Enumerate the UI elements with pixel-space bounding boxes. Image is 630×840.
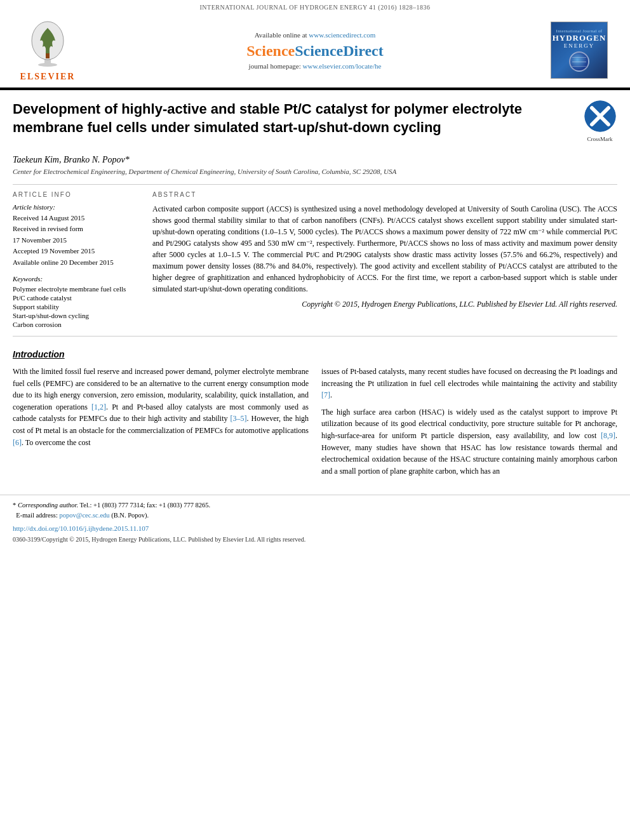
journal-header: ELSEVIER Available online at www.science… [0,13,630,88]
ref-6[interactable]: [6] [13,438,22,447]
thin-divider-1 [13,184,617,185]
crossmark-label: CrossMark [582,136,617,142]
ref-7[interactable]: [7] [321,390,330,399]
ref-8-9[interactable]: [8,9] [601,431,615,440]
corresponding-author-note: * Corresponding author. Tel.: +1 (803) 7… [13,500,617,510]
intro-right-para-2: The high surface area carbon (HSAC) is w… [321,406,617,477]
keyword-5: Carbon corrosion [13,321,140,328]
introduction-content: With the limited fossil fuel reserve and… [0,366,630,488]
abstract-label: ABSTRACT [152,191,617,198]
footer-copyright: 0360-3199/Copyright © 2015, Hydrogen Ene… [13,536,617,543]
sciencedirect-logo: ScienceScienceDirect [246,43,383,60]
journal-homepage: journal homepage: www.elsevier.com/locat… [249,62,382,70]
elsevier-text: ELSEVIER [20,72,76,82]
keyword-4: Start-up/shut-down cycling [13,312,140,319]
received-revised-date: 17 November 2015 [13,236,140,245]
introduction-title: Introduction [13,349,617,359]
available-online-text: Available online at www.sciencedirect.co… [255,31,376,39]
author-email[interactable]: popov@cec.sc.edu [59,512,109,519]
elsevier-logo: ELSEVIER [13,18,89,82]
center-header: Available online at www.sciencedirect.co… [89,18,541,82]
received-date: Received 14 August 2015 [13,213,140,223]
ref-1-2[interactable]: [1,2] [91,403,106,411]
introduction-header: Introduction [0,343,630,359]
homepage-url[interactable]: www.elsevier.com/locate/he [303,62,382,70]
intro-left-para: With the limited fossil fuel reserve and… [13,366,309,448]
author-names: Taekeun Kim, Branko N. Popov* [13,155,130,164]
abstract-copyright: Copyright © 2015, Hydrogen Energy Public… [152,300,617,309]
authors-area: Taekeun Kim, Branko N. Popov* Center for… [0,149,630,178]
footer-area: * Corresponding author. Tel.: +1 (803) 7… [0,495,630,548]
abstract-column: ABSTRACT Activated carbon composite supp… [152,191,617,330]
journal-header-bar: INTERNATIONAL JOURNAL OF HYDROGEN ENERGY… [0,0,630,13]
ref-3-5[interactable]: [3–5] [231,414,247,423]
keywords-section: Keywords: Polymer electrolyte membrane f… [13,275,140,328]
hydrogen-energy-logo: International Journal of HYDROGEN ENERGY [541,18,617,82]
svg-rect-2 [46,53,50,58]
title-content: Development of highly-active and stable … [13,100,570,137]
keyword-1: Polymer electrolyte membrane fuel cells [13,285,140,293]
journal-globe-icon [569,51,589,72]
email-note: E-mail address: popov@cec.sc.edu (B.N. P… [13,510,617,521]
keyword-3: Support stability [13,303,140,310]
elsevier-tree-icon [22,18,73,69]
article-history: Article history: Received 14 August 2015… [13,203,140,267]
journal-citation: INTERNATIONAL JOURNAL OF HYDROGEN ENERGY… [199,4,430,11]
thin-divider-2 [13,336,617,337]
available-online-date: Available online 20 December 2015 [13,258,140,267]
history-label: Article history: [13,203,140,211]
introduction-right: issues of Pt-based catalysts, many recen… [321,366,617,482]
journal-logo-box: International Journal of HYDROGEN ENERGY [551,22,608,79]
keyword-2: Pt/C cathode catalyst [13,294,140,302]
authors: Taekeun Kim, Branko N. Popov* [13,155,617,165]
article-info-abstract: ARTICLE INFO Article history: Received 1… [0,191,630,330]
title-area: Development of highly-active and stable … [0,90,630,149]
affiliation: Center for Electrochemical Engineering, … [13,168,617,175]
article-info-column: ARTICLE INFO Article history: Received 1… [13,191,140,330]
introduction-left: With the limited fossil fuel reserve and… [13,366,309,482]
svg-point-3 [38,63,57,67]
crossmark-icon [584,100,616,132]
journal-energy: ENERGY [564,43,595,49]
accepted-date: Accepted 19 November 2015 [13,246,140,256]
received-revised-label: Received in revised form [13,224,140,234]
journal-hydrogen: HYDROGEN [553,34,607,43]
sciencedirect-url[interactable]: www.sciencedirect.com [309,31,375,39]
abstract-text: Activated carbon composite support (ACCS… [152,203,617,295]
article-info-label: ARTICLE INFO [13,191,140,198]
homepage-label: journal homepage: [249,62,301,70]
crossmark-logo: CrossMark [582,100,617,142]
keywords-label: Keywords: [13,275,140,283]
intro-right-para-1: issues of Pt-based catalysts, many recen… [321,366,617,401]
article-title: Development of highly-active and stable … [13,100,570,137]
email-suffix: (B.N. Popov). [111,512,149,519]
doi-link[interactable]: http://dx.doi.org/10.1016/j.ijhydene.201… [13,524,149,532]
